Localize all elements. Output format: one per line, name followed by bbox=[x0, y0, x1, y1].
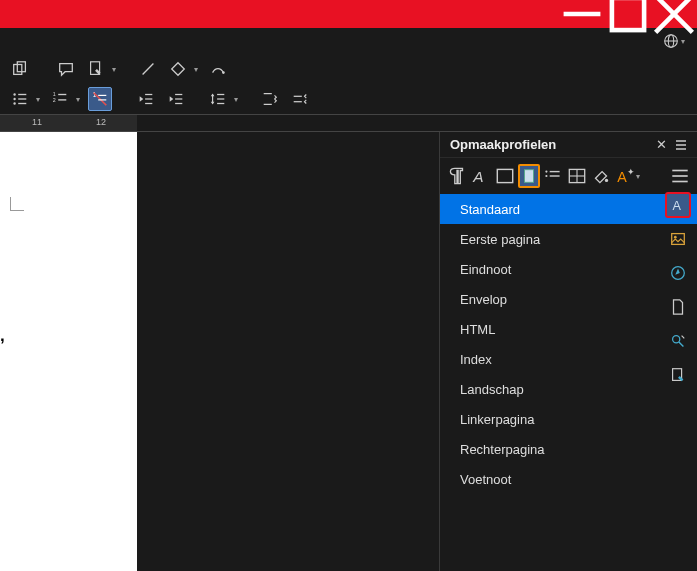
indent-icon[interactable] bbox=[164, 87, 188, 111]
chevron-down-icon[interactable]: ▾ bbox=[110, 57, 118, 81]
svg-point-12 bbox=[13, 93, 15, 95]
list-styles-icon[interactable] bbox=[542, 164, 564, 188]
svg-text:A: A bbox=[472, 168, 483, 185]
style-item[interactable]: Voetnoot bbox=[440, 464, 697, 494]
paragraph-styles-icon[interactable] bbox=[446, 164, 468, 188]
clone-icon[interactable] bbox=[8, 57, 32, 81]
style-item[interactable]: Index bbox=[440, 344, 697, 374]
document-page[interactable]: , bbox=[0, 132, 137, 571]
window-titlebar bbox=[0, 0, 697, 28]
document-area[interactable]: , bbox=[0, 132, 439, 571]
svg-text:2: 2 bbox=[53, 97, 56, 103]
line-icon[interactable] bbox=[136, 57, 160, 81]
svg-point-46 bbox=[545, 171, 547, 173]
chevron-down-icon[interactable]: ▾ bbox=[192, 57, 200, 81]
style-item[interactable]: Rechterpagina bbox=[440, 434, 697, 464]
table-styles-icon[interactable] bbox=[566, 164, 588, 188]
svg-rect-44 bbox=[497, 169, 512, 182]
frame-styles-icon[interactable] bbox=[494, 164, 516, 188]
svg-point-14 bbox=[13, 102, 15, 104]
style-item[interactable]: Envelop bbox=[440, 284, 697, 314]
deck-changes-icon[interactable] bbox=[665, 362, 691, 388]
svg-point-53 bbox=[605, 179, 608, 182]
style-item[interactable]: Eindnoot bbox=[440, 254, 697, 284]
style-item[interactable]: HTML bbox=[440, 314, 697, 344]
page-margin-marker bbox=[10, 197, 24, 211]
style-item[interactable]: Landschap bbox=[440, 374, 697, 404]
deck-inspect-icon[interactable] bbox=[665, 328, 691, 354]
svg-point-11 bbox=[222, 71, 225, 74]
list-none-icon[interactable]: 1 bbox=[88, 87, 112, 111]
ruler-mark: 12 bbox=[96, 117, 106, 127]
shape-icon[interactable] bbox=[166, 57, 190, 81]
spacing-increase-icon[interactable] bbox=[258, 87, 282, 111]
list-number-icon[interactable]: 12 bbox=[48, 87, 72, 111]
svg-point-13 bbox=[13, 98, 15, 100]
svg-point-47 bbox=[545, 175, 547, 177]
deck-page-icon[interactable] bbox=[665, 294, 691, 320]
svg-text:A: A bbox=[617, 169, 627, 185]
svg-rect-60 bbox=[672, 234, 685, 245]
document-text: , bbox=[0, 322, 5, 349]
toolbar-row-1: ▾ ▾ bbox=[0, 54, 697, 84]
toolbar-row-2: ▾ 12 ▾ 1 ▾ bbox=[0, 84, 697, 114]
chevron-down-icon[interactable]: ▾ bbox=[634, 164, 642, 188]
chevron-down-icon[interactable]: ▾ bbox=[74, 87, 82, 111]
style-item[interactable]: Linkerpagina bbox=[440, 404, 697, 434]
new-style-icon[interactable]: A✦ bbox=[614, 164, 636, 188]
close-button[interactable] bbox=[651, 0, 697, 28]
style-category-row: A A✦ ▾ bbox=[440, 158, 697, 194]
deck-styles-icon[interactable]: A bbox=[665, 192, 691, 218]
deck-navigator-icon[interactable] bbox=[665, 260, 691, 286]
deck-gallery-icon[interactable] bbox=[665, 226, 691, 252]
style-item[interactable]: Eerste pagina bbox=[440, 224, 697, 254]
sidebar-deck: A bbox=[663, 192, 693, 388]
svg-point-63 bbox=[673, 336, 680, 343]
svg-line-10 bbox=[143, 64, 154, 75]
chevron-down-icon[interactable]: ▾ bbox=[232, 87, 240, 111]
style-item[interactable]: Standaard bbox=[440, 194, 697, 224]
chevron-down-icon[interactable]: ▾ bbox=[679, 29, 687, 53]
edit-doc-icon[interactable] bbox=[84, 57, 108, 81]
style-list[interactable]: Standaard Eerste pagina Eindnoot Envelop… bbox=[440, 194, 697, 571]
page-styles-icon[interactable] bbox=[518, 164, 540, 188]
sidebar-menu-button[interactable] bbox=[671, 135, 691, 155]
view-mode-icon[interactable] bbox=[669, 164, 691, 188]
svg-line-23 bbox=[94, 93, 107, 106]
svg-rect-1 bbox=[612, 0, 644, 30]
svg-line-64 bbox=[679, 342, 684, 347]
comment-icon[interactable] bbox=[54, 57, 78, 81]
svg-point-61 bbox=[674, 236, 677, 239]
horizontal-ruler[interactable]: 11 12 bbox=[0, 114, 697, 132]
maximize-button[interactable] bbox=[605, 0, 651, 28]
sidebar-close-button[interactable]: ✕ bbox=[651, 135, 671, 155]
minimize-button[interactable] bbox=[559, 0, 605, 28]
svg-text:A: A bbox=[673, 199, 682, 213]
line-spacing-icon[interactable] bbox=[206, 87, 230, 111]
list-bullet-icon[interactable] bbox=[8, 87, 32, 111]
fill-format-icon[interactable] bbox=[590, 164, 612, 188]
ruler-mark: 11 bbox=[32, 117, 42, 127]
styles-sidebar: Opmaakprofielen ✕ A A✦ ▾ Standaard Eerst… bbox=[439, 132, 697, 571]
sidebar-title: Opmaakprofielen bbox=[450, 137, 651, 152]
outdent-icon[interactable] bbox=[134, 87, 158, 111]
draw-icon[interactable] bbox=[206, 57, 230, 81]
svg-rect-45 bbox=[525, 170, 534, 183]
character-styles-icon[interactable]: A bbox=[470, 164, 492, 188]
spacing-decrease-icon[interactable] bbox=[288, 87, 312, 111]
chevron-down-icon[interactable]: ▾ bbox=[34, 87, 42, 111]
